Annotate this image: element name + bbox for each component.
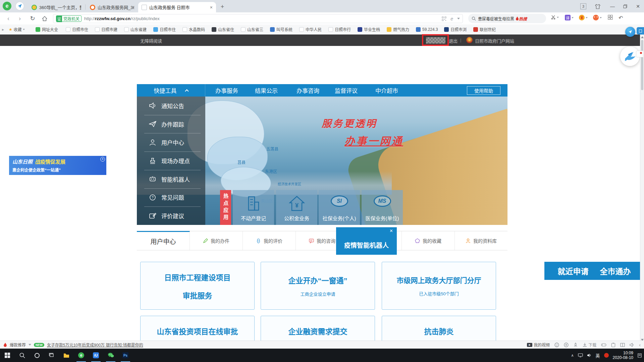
bookmark-item[interactable]: 日照市住 — [153, 24, 176, 34]
add-circle-icon[interactable] — [564, 343, 569, 347]
popup-close-icon[interactable]: × — [390, 228, 393, 234]
recommend-caret-icon[interactable] — [29, 344, 31, 346]
shopping-tool-button[interactable]: ¥ — [579, 15, 588, 20]
bookmark-item[interactable]: 网址大全 — [36, 24, 58, 34]
tab-my-favorites[interactable]: 我的收藏 — [402, 231, 455, 250]
browser-logo-icon[interactable]: e — [3, 2, 11, 10]
tab-active-rizhao[interactable]: 山东政务服务 日照市 × — [138, 2, 216, 12]
volume-icon[interactable] — [587, 353, 592, 357]
bookmark-item[interactable]: 日照市浏 — [444, 24, 467, 34]
bookmark-item[interactable]: 毕业生档 — [358, 24, 380, 34]
speed-ball-icon[interactable] — [625, 27, 635, 37]
maximize-button[interactable] — [621, 3, 630, 10]
sidebar-item-user-center[interactable]: 用户中心 — [137, 133, 205, 152]
bookmark-item[interactable]: 燃气热力 — [387, 24, 409, 34]
bookmark-item[interactable]: 日照市住 — [66, 24, 88, 34]
recommend-label[interactable]: 爆款推荐 — [10, 342, 26, 348]
portal-link[interactable]: 日照市政府门户网站 — [475, 38, 514, 44]
gamepad-icon[interactable] — [601, 343, 606, 347]
nav-item-consult[interactable]: 办事咨询 — [297, 84, 319, 97]
nav-item-agency[interactable]: 中介超市 — [375, 84, 398, 97]
cortana-button[interactable] — [30, 349, 44, 362]
undo-button[interactable]: ↶ — [619, 15, 623, 21]
site-cert-badge[interactable]: 证 党政机关 — [56, 15, 82, 22]
page-scrollbar[interactable] — [640, 35, 644, 341]
tab-my-documents[interactable]: 我的资料库 — [455, 231, 507, 250]
news-headline-link[interactable]: 女子存款5万元10年后变成900万 银行告知:钱都是你的 — [47, 342, 143, 348]
side-mini-tab[interactable] — [636, 51, 643, 57]
clipboard-icon[interactable] — [611, 343, 615, 347]
tab-360-search[interactable]: 山东政务服务网_360搜索 — [87, 2, 138, 12]
wechat-button[interactable] — [103, 349, 118, 362]
tray-expand-icon[interactable]: ∧ — [571, 353, 574, 358]
url-dropdown-icon[interactable] — [457, 18, 460, 19]
ime-indicator[interactable]: 英 — [596, 352, 600, 359]
sidebar-item-tracking[interactable]: 办件跟踪 — [137, 115, 205, 133]
sidebar-item-service-points[interactable]: 现场办理点 — [137, 152, 205, 170]
nav-item-services[interactable]: 办事服务 — [215, 84, 238, 97]
nav-item-results[interactable]: 结果公示 — [255, 84, 278, 97]
tab-count-badge[interactable]: 3 — [580, 3, 586, 9]
file-explorer-button[interactable] — [59, 349, 74, 362]
scroll-up-icon[interactable] — [641, 36, 644, 38]
hot-app-fund[interactable]: ¥ 公积金业务 — [276, 190, 317, 225]
tab-my-reviews[interactable]: 我的评价 — [243, 231, 296, 250]
tab-close-icon[interactable]: × — [207, 5, 213, 10]
back-button[interactable]: ‹ — [4, 14, 13, 23]
compat-mode-icon[interactable]: e — [450, 16, 453, 21]
sidebar-item-robot[interactable]: 智能机器人 — [137, 170, 205, 188]
card-construction-approval[interactable]: 日照市工程建设项目 审批服务 — [140, 262, 255, 310]
translate-tool-button[interactable]: 译 — [565, 15, 574, 20]
bookmarks-collapse-icon[interactable]: ▸ — [2, 24, 4, 34]
bookmark-item[interactable]: 山东省建 — [124, 24, 147, 34]
bookmark-item[interactable]: 日照市建 — [95, 24, 117, 34]
theme-shirt-icon[interactable] — [593, 3, 602, 10]
hot-app-realestate[interactable]: 不动产登记 — [233, 190, 274, 225]
card-gov-hall[interactable]: 市级网上政务大厅部门分厅 已入驻市级50个部门 — [382, 262, 496, 310]
bookmark-item[interactable]: 山东省住 — [212, 24, 234, 34]
tab-user-center[interactable]: 用户中心 — [137, 231, 190, 250]
accessibility-link[interactable]: 无障碍阅读 — [140, 38, 162, 44]
sidebar-item-feedback[interactable]: 评价建议 — [137, 206, 205, 225]
bookmark-item[interactable]: 山东省三 — [241, 24, 263, 34]
url-field[interactable]: 证 党政机关 http:// rzzwfw.sd.gov.cn /rz/publ… — [53, 14, 463, 23]
tab-my-items[interactable]: 我的办件 — [190, 231, 243, 250]
nav-item-supervise[interactable]: 监督评议 — [335, 84, 358, 97]
sidebar-item-faq[interactable]: ? 常见问题 — [137, 188, 205, 207]
forward-button[interactable]: › — [15, 14, 24, 23]
home-button[interactable] — [40, 14, 49, 23]
nav-ball-icon[interactable] — [15, 2, 24, 10]
collapse-chevron-icon[interactable]: ‹ — [639, 342, 641, 348]
notification-center-icon[interactable] — [637, 353, 642, 358]
taskbar-clock[interactable]: 10:09 2020-08-10 — [613, 351, 633, 360]
start-button[interactable] — [0, 349, 15, 362]
logout-link[interactable]: 退出 — [449, 38, 458, 44]
apps-grid-button[interactable] — [608, 15, 613, 20]
sidebar-item-notices[interactable]: 通知公告 — [137, 97, 205, 115]
my-video-button[interactable]: ▶ 我的视频 — [527, 342, 550, 348]
bookmark-item[interactable]: 中华人民 — [299, 24, 322, 34]
bookmark-item[interactable]: 联创世纪 — [473, 24, 496, 34]
ad-close-icon[interactable]: × — [100, 157, 105, 162]
new-tab-button[interactable]: + — [219, 3, 226, 10]
bookmark-item[interactable]: 日照市行 — [328, 24, 351, 34]
favorites-menu[interactable]: ★ 收藏 — [9, 24, 25, 34]
security-tray-icon[interactable] — [604, 353, 609, 358]
hot-app-social-insurance[interactable]: SI 社保业务(个人) — [319, 190, 360, 225]
citywide-label[interactable]: 全市通办 — [600, 265, 631, 277]
epidemic-robot-popup[interactable]: × 疫情智能机器人 — [336, 227, 397, 255]
refresh-button[interactable]: ↻ — [28, 14, 37, 23]
photoshop-button[interactable]: Ps — [118, 349, 133, 362]
game-tool-button[interactable] — [593, 15, 602, 20]
bookmark-item[interactable]: 59.224.3 — [416, 24, 438, 34]
split-window-icon[interactable] — [620, 343, 625, 347]
browser-360-button[interactable]: e — [74, 349, 89, 362]
bookmark-item[interactable]: 叫号系统 — [270, 24, 292, 34]
minimize-button[interactable]: — — [608, 3, 617, 10]
rocket-icon[interactable] — [573, 343, 578, 347]
qrcode-icon[interactable] — [442, 16, 446, 21]
display-icon[interactable] — [578, 353, 583, 357]
nearby-apply-label[interactable]: 就近申请 — [558, 265, 589, 277]
help-button[interactable]: 使用帮助 — [467, 86, 500, 95]
speaker-icon[interactable] — [630, 343, 634, 347]
